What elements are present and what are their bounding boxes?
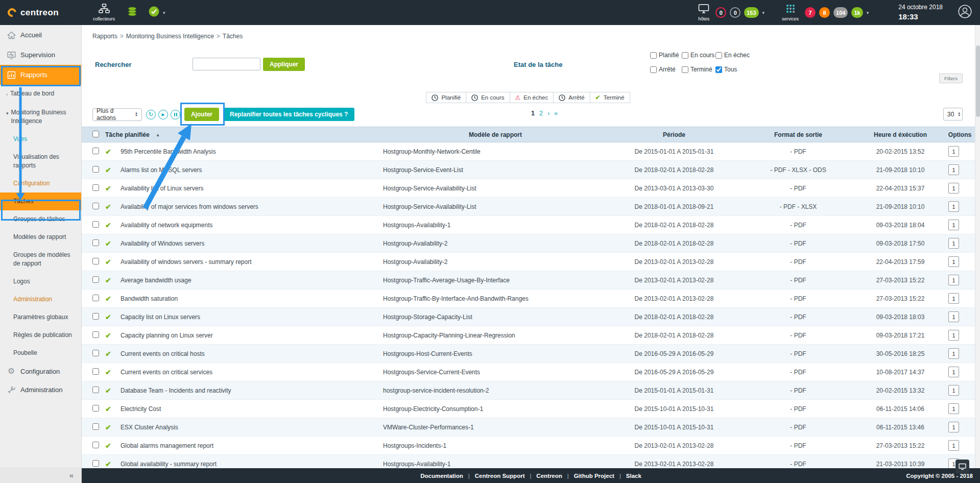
- page-number-1[interactable]: 1: [531, 110, 535, 117]
- task-name[interactable]: Electricity Cost: [121, 405, 383, 413]
- row-checkbox[interactable]: [92, 442, 99, 448]
- options-input[interactable]: [948, 238, 959, 249]
- user-avatar[interactable]: [958, 5, 972, 20]
- table-row[interactable]: ✔Alarms list on MSSQL serversHostgroup-S…: [82, 161, 975, 179]
- fullscreen-icon[interactable]: [955, 460, 969, 473]
- options-input[interactable]: [948, 256, 959, 267]
- row-checkbox[interactable]: [92, 331, 99, 338]
- submenu-item-regles-de-publication[interactable]: Règles de publication: [0, 326, 81, 344]
- filter-checkbox-en-echec[interactable]: En échec: [715, 52, 750, 59]
- filters-button[interactable]: Filters: [939, 74, 963, 83]
- task-name[interactable]: Availability of Windows servers: [121, 240, 383, 247]
- task-name[interactable]: Availability list of Linux servers: [121, 185, 383, 192]
- row-checkbox[interactable]: [92, 184, 99, 191]
- poller-status-menu[interactable]: ▾: [149, 6, 165, 19]
- row-checkbox[interactable]: [92, 460, 99, 467]
- options-input[interactable]: [948, 201, 959, 212]
- footer-link-centreon-support[interactable]: Centreon Support: [470, 473, 530, 479]
- task-name[interactable]: Current events on critical hosts: [121, 350, 383, 357]
- column-header-time[interactable]: Heure d éxécution: [856, 131, 945, 138]
- submenu-item-taches[interactable]: Tâches: [0, 192, 81, 210]
- play-icon[interactable]: ▶: [158, 110, 168, 119]
- task-name[interactable]: Database Team - Incidents and reactivity: [121, 387, 383, 394]
- sidebar-item-supervision[interactable]: Supervision: [0, 45, 81, 65]
- table-row[interactable]: ✔Availability of major services from win…: [82, 198, 975, 216]
- task-name[interactable]: Alarms list on MSSQL servers: [121, 166, 383, 174]
- footer-link-slack[interactable]: Slack: [621, 473, 647, 479]
- checkbox-input[interactable]: [682, 52, 688, 59]
- submenu-item-logos[interactable]: Logos: [0, 273, 81, 291]
- filter-checkbox-en-cours[interactable]: En cours: [682, 52, 715, 59]
- services-menu[interactable]: services: [782, 4, 799, 21]
- page-size-select[interactable]: 30 ▲▼: [943, 108, 963, 120]
- checkbox-input[interactable]: [650, 66, 657, 73]
- options-input[interactable]: [948, 164, 959, 175]
- table-row[interactable]: ✔Capacity planning on Linux serverHostgr…: [82, 326, 975, 345]
- options-input[interactable]: [948, 348, 959, 359]
- row-checkbox[interactable]: [92, 166, 99, 173]
- table-row[interactable]: ✔Availability of windows servers - summa…: [82, 253, 975, 271]
- more-actions-select[interactable]: Plus d actions ▲▼: [92, 108, 142, 121]
- task-name[interactable]: Capacity planning on Linux server: [121, 332, 383, 339]
- chevron-down-icon[interactable]: ▾: [762, 10, 765, 15]
- filter-checkbox-planifie[interactable]: Planifié: [650, 52, 682, 59]
- table-row[interactable]: ✔Current events on critical hostsHostgro…: [82, 345, 975, 363]
- options-input[interactable]: [948, 220, 959, 230]
- options-input[interactable]: [948, 330, 959, 341]
- submenu-item-visualisation-des-rapports[interactable]: Visualisation des rapports: [0, 148, 81, 175]
- table-row[interactable]: ✔Capacity list on Linux serversHostgroup…: [82, 308, 975, 326]
- submenu-item-tableau-de-bord[interactable]: ›Tableau de bord: [0, 85, 81, 104]
- row-checkbox[interactable]: [92, 313, 99, 320]
- sidebar-item-rapports[interactable]: Rapports: [0, 65, 81, 85]
- pause-icon[interactable]: [171, 110, 180, 119]
- options-input[interactable]: [948, 385, 959, 396]
- options-input[interactable]: [948, 275, 959, 285]
- breadcrumb-part-rapports[interactable]: Rapports: [92, 33, 117, 40]
- column-header-period[interactable]: Période: [608, 131, 740, 138]
- submenu-item-vues[interactable]: Vues: [0, 130, 81, 148]
- task-name[interactable]: Bandwidth saturation: [121, 295, 383, 302]
- status-badge[interactable]: 8: [819, 7, 830, 18]
- row-checkbox[interactable]: [92, 258, 99, 264]
- table-row[interactable]: ✔Availability of network equipmentsHostg…: [82, 216, 975, 234]
- scrollbar[interactable]: [975, 25, 980, 468]
- row-checkbox[interactable]: [92, 276, 99, 283]
- task-name[interactable]: Capacity list on Linux servers: [121, 313, 383, 321]
- checkbox-input[interactable]: [715, 66, 722, 73]
- status-badge[interactable]: 0: [715, 7, 726, 18]
- row-checkbox[interactable]: [92, 148, 99, 154]
- sidebar-collapse-button[interactable]: «: [0, 467, 81, 483]
- task-name[interactable]: Average bandwidth usage: [121, 277, 383, 284]
- filter-checkbox-termine[interactable]: Terminé: [682, 66, 715, 73]
- filter-checkbox-arrete[interactable]: Arrêté: [650, 66, 682, 73]
- status-badge[interactable]: 7: [805, 7, 816, 18]
- table-row[interactable]: ✔Global alarms management reportHostgrou…: [82, 437, 975, 455]
- column-header-task[interactable]: Tâche planifiée▴: [105, 131, 383, 138]
- row-checkbox[interactable]: [92, 350, 99, 356]
- databases-menu[interactable]: [127, 6, 137, 19]
- options-input[interactable]: [948, 146, 959, 157]
- table-row[interactable]: ✔Global availability - summary reportHos…: [82, 455, 975, 468]
- chevron-down-icon[interactable]: ▾: [867, 10, 869, 15]
- search-input[interactable]: [193, 58, 260, 70]
- sidebar-item-configuration[interactable]: ⚙Configuration: [0, 362, 81, 380]
- footer-link-documentation[interactable]: Documentation: [415, 473, 468, 479]
- options-input[interactable]: [948, 293, 959, 304]
- breadcrumb-part-monitoring-business-intelligence[interactable]: Monitoring Business Intelligence: [126, 33, 214, 40]
- task-name[interactable]: 95th Percentile Bandwidth Analysis: [121, 148, 383, 155]
- column-header-template[interactable]: Modèle de rapport: [383, 131, 608, 138]
- table-row[interactable]: ✔Bandwidth saturationHostgroup-Traffic-B…: [82, 289, 975, 308]
- filter-checkbox-tous[interactable]: Tous: [715, 66, 750, 73]
- options-input[interactable]: [948, 422, 959, 432]
- table-row[interactable]: ✔ESX Cluster AnalysisVMWare-Cluster-Perf…: [82, 418, 975, 437]
- task-name[interactable]: Current events on critical services: [121, 369, 383, 376]
- options-input[interactable]: [948, 311, 959, 322]
- submenu-item-modeles-de-rapport[interactable]: Modèles de rapport: [0, 228, 81, 246]
- submenu-item-groupes-de-modeles-de-rapport[interactable]: Groupes de modèles de rapport: [0, 246, 81, 273]
- breadcrumb-part-taches[interactable]: Tâches: [223, 33, 243, 40]
- footer-link-centreon[interactable]: Centreon: [531, 473, 567, 479]
- checkbox-input[interactable]: [650, 52, 657, 59]
- options-input[interactable]: [948, 403, 959, 414]
- table-row[interactable]: ✔95th Percentile Bandwidth AnalysisHostg…: [82, 142, 975, 161]
- pollers-menu[interactable]: collecteurs: [93, 4, 115, 21]
